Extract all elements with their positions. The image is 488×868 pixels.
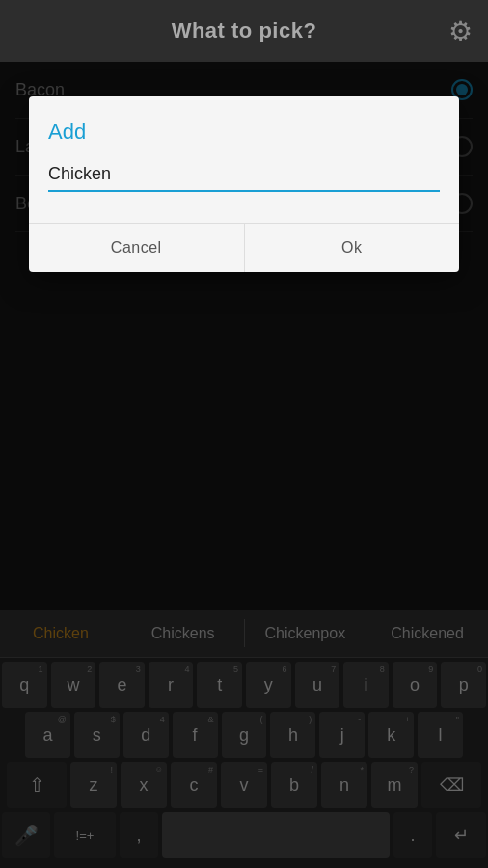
page-title: What to pick?	[172, 18, 317, 43]
cancel-button[interactable]: Cancel	[29, 224, 244, 272]
ok-button[interactable]: Ok	[245, 224, 460, 272]
dialog-input[interactable]	[48, 160, 440, 192]
dialog-buttons: Cancel Ok	[29, 224, 459, 272]
add-dialog: Add Cancel Ok	[29, 96, 459, 272]
dialog-title: Add	[48, 120, 440, 145]
header: What to pick? ⚙	[0, 0, 488, 62]
gear-icon[interactable]: ⚙	[448, 15, 473, 47]
